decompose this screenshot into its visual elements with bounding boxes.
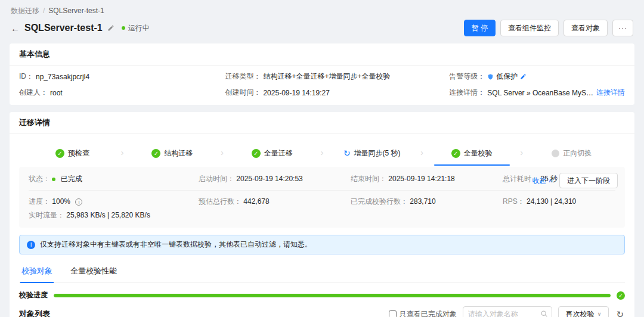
info-banner: i 仅支持迁移对象中有主键表或有非空唯一键表数据校验，其他表已自动过滤，请知悉。 (19, 235, 625, 254)
status-dot (122, 26, 125, 30)
panel-end-time: 结束时间 2025-09-19 14:21:18 (351, 174, 503, 184)
view-component-monitor-button[interactable]: 查看组件监控 (500, 20, 559, 36)
verify-progress: 校验进度 ✓ (19, 290, 625, 300)
field-created-time: 创建时间 2025-09-19 14:19:27 (225, 88, 449, 98)
search-box (463, 306, 552, 317)
more-button[interactable]: ··· (612, 20, 633, 36)
chevron-right-icon: › (320, 148, 325, 157)
edit-title-icon[interactable] (107, 24, 114, 32)
check-circle-icon: ✓ (451, 149, 460, 158)
step-full-migration[interactable]: ✓ 全量迁移 (225, 148, 320, 166)
panel-rps: RPS 24,130 | 24,310 (503, 197, 615, 207)
panel-verified-rows: 已完成校验行数 283,710 (351, 197, 503, 207)
view-objects-button[interactable]: 查看对象 (564, 20, 608, 36)
object-list-title: 对象列表 (19, 309, 50, 317)
info-circle-icon: i (27, 241, 35, 249)
status-text: 运行中 (128, 23, 150, 33)
verify-progress-bar (54, 294, 611, 297)
field-migration-type: 迁移类型 结构迁移+全量迁移+增量同步+全量校验 (225, 72, 449, 82)
collapse-link[interactable]: 收起 ∧ (532, 176, 552, 186)
chevron-right-icon: › (519, 148, 525, 157)
info-circle-icon[interactable]: i (75, 198, 82, 206)
status-badge: 运行中 (122, 23, 150, 33)
banner-text: 仅支持迁移对象中有主键表或有非空唯一键表数据校验，其他表已自动过滤，请知悉。 (40, 240, 312, 250)
check-circle-icon: ✓ (617, 291, 625, 300)
recheck-button[interactable]: 再次校验 ∨ (558, 306, 609, 317)
breadcrumb: 数据迁移/SQLServer-test-1 (0, 0, 644, 20)
edit-alarm-icon[interactable] (520, 73, 527, 80)
next-stage-button[interactable]: 进入下一阶段 (559, 173, 618, 188)
back-icon[interactable]: ← (11, 23, 20, 33)
breadcrumb-parent[interactable]: 数据迁移 (11, 7, 39, 15)
chevron-right-icon: › (120, 148, 125, 157)
tab-verify-performance[interactable]: 全量校验性能 (69, 260, 118, 282)
migration-detail-title: 迁移详情 (10, 112, 634, 134)
status-panel: 收起 ∧ 进入下一阶段 状态 已完成 启动时间 2025-09-19 14:20… (19, 167, 625, 228)
check-circle-icon: ✓ (55, 149, 64, 158)
connection-detail-link[interactable]: 连接详情 (596, 88, 625, 98)
page-title: SQLServer-test-1 (24, 23, 103, 33)
sync-icon: ↻ (343, 149, 351, 158)
chevron-down-icon: ∨ (597, 311, 602, 317)
tabs: 校验对象 全量校验性能 (19, 260, 625, 283)
search-icon[interactable] (540, 310, 548, 317)
migration-detail-card: 迁移详情 ✓ 预检查 › ✓ 结构迁移 › ✓ 全量迁移 › ↻ 增量同步(5 … (10, 112, 634, 317)
step-forward-switch[interactable]: 正向切换 (524, 148, 619, 166)
step-precheck[interactable]: ✓ 预检查 (25, 148, 120, 166)
shield-icon (487, 73, 494, 80)
pending-circle-icon (552, 150, 559, 157)
chevron-up-icon: ∧ (548, 178, 552, 184)
breadcrumb-current: SQLServer-test-1 (48, 7, 104, 15)
step-schema-migration[interactable]: ✓ 结构迁移 (125, 148, 219, 166)
field-connection: 连接详情 SQL Server » OceanBase MySQL M... 连… (449, 88, 625, 98)
status-dot (52, 178, 55, 181)
breadcrumb-separator: / (43, 7, 45, 15)
panel-progress-traffic: 进度 100% i 实时流量 25,983 KB/s | 25,820 KB/s (29, 197, 199, 220)
migration-steps: ✓ 预检查 › ✓ 结构迁移 › ✓ 全量迁移 › ↻ 增量同步(5 秒) › … (19, 140, 625, 166)
step-full-verification[interactable]: ✓ 全量校验 (425, 148, 519, 166)
panel-status: 状态 已完成 (29, 174, 199, 184)
completed-only-checkbox[interactable] (389, 310, 397, 317)
refresh-button[interactable]: ↻ (615, 310, 625, 317)
check-circle-icon: ✓ (252, 149, 261, 158)
panel-start-time: 启动时间 2025-09-19 14:20:53 (199, 174, 351, 184)
completed-only-filter[interactable]: 只查看已完成对象 (389, 309, 457, 317)
chevron-right-icon: › (219, 148, 225, 157)
chevron-right-icon: › (419, 148, 425, 157)
panel-estimated-rows: 预估总行数 442,678 (199, 197, 351, 207)
search-input[interactable] (463, 306, 552, 317)
field-id: ID np_73asakjpcrjl4 (19, 72, 225, 82)
basic-info-title: 基本信息 (10, 43, 634, 66)
tab-verify-objects[interactable]: 校验对象 (20, 260, 54, 283)
object-list-header: 对象列表 只查看已完成对象 再次校验 ∨ ↻ (19, 306, 625, 317)
step-incremental-sync[interactable]: ↻ 增量同步(5 秒) (324, 148, 419, 166)
check-circle-icon: ✓ (151, 149, 160, 158)
basic-info-card: 基本信息 ID np_73asakjpcrjl4 迁移类型 结构迁移+全量迁移+… (10, 43, 634, 105)
page-header: ← SQLServer-test-1 运行中 暂 停 查看组件监控 查看对象 ·… (0, 20, 644, 43)
field-alarm-level: 告警等级 低保护 (449, 72, 625, 82)
pause-button[interactable]: 暂 停 (464, 20, 496, 36)
field-creator: 创建人 root (19, 88, 225, 98)
